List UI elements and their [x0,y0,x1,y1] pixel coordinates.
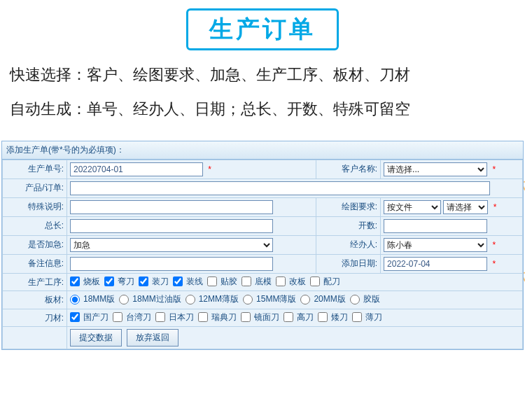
board-radio[interactable] [350,295,360,304]
process-label: 底模 [255,276,272,288]
knife-label: 日本刀 [169,312,194,323]
label-knife: 刀材: [3,309,67,327]
knife-checkbox[interactable] [318,312,328,322]
process-label: 贴胶 [220,276,237,288]
process-label: 装线 [186,276,203,288]
required-mark: * [492,164,496,174]
board-radio[interactable] [70,295,80,304]
process-option[interactable]: 改板 [276,276,306,288]
process-checkbox[interactable] [70,276,80,286]
count-input[interactable] [384,219,487,233]
process-option[interactable]: 装刀 [139,276,169,288]
process-label: 配刀 [323,276,340,288]
process-checkbox[interactable] [276,276,286,286]
knife-option[interactable]: 薄刀 [352,312,382,323]
board-label: 20MM版 [314,293,345,305]
special-input[interactable] [70,200,273,214]
process-checkbox[interactable] [139,276,148,286]
knife-checkbox[interactable] [70,312,80,322]
board-option[interactable]: 12MM薄版 [186,293,239,305]
process-checkbox[interactable] [310,276,320,286]
knife-label: 国产刀 [83,312,108,323]
process-checkbox[interactable] [241,276,251,286]
board-option[interactable]: 18MM过油版 [119,293,181,305]
desc-auto-generate: 自动生成：单号、经办人、日期；总长、开数、特殊可留空 [0,92,525,126]
board-radio[interactable] [119,295,129,304]
process-option[interactable]: 底模 [241,276,272,288]
knife-label: 矮刀 [331,312,348,323]
form-add-production-order: 添加生产单(带*号的为必填项)： 生产单号: * 客户名称: 请选择... * … [1,141,524,351]
required-mark: * [493,202,497,212]
required-mark: * [492,240,496,250]
label-product: 产品/订单: [3,178,67,197]
customer-select[interactable]: 请选择... [384,162,487,176]
knife-checkbox[interactable] [155,312,165,322]
page-title: 生产订单 [186,8,339,50]
draw-req-select[interactable]: 按文件 [384,200,441,214]
knife-checkbox[interactable] [113,312,122,322]
knife-option[interactable]: 台湾刀 [113,312,151,323]
process-checkbox[interactable] [207,276,217,286]
knife-checkbox[interactable] [241,312,251,322]
process-option[interactable]: 装线 [173,276,203,288]
desc-quick-select: 快速选择：客户、绘图要求、加急、生产工序、板材、刀材 [0,57,525,92]
knife-label: 台湾刀 [126,312,151,323]
remark-input[interactable] [70,257,273,271]
knife-label: 高刀 [297,312,314,323]
required-mark: * [492,259,496,269]
process-checkbox[interactable] [104,276,114,286]
label-customer: 客户名称: [316,160,381,178]
label-urgent: 是否加急: [3,235,67,254]
knife-checkbox[interactable] [284,312,293,322]
knife-checkbox[interactable] [352,312,362,322]
board-option[interactable]: 15MM薄版 [243,293,296,305]
process-label: 改板 [289,276,306,288]
label-add-date: 添加日期: [316,254,381,273]
add-date-input[interactable] [384,257,487,271]
knife-option[interactable]: 高刀 [284,312,314,323]
process-label: 烧板 [83,276,100,288]
process-option[interactable]: 贴胶 [207,276,237,288]
product-input[interactable] [70,181,490,195]
knife-option[interactable]: 瑞典刀 [198,312,237,323]
label-process: 生产工序: [3,273,67,291]
board-option[interactable]: 胶版 [350,293,380,305]
board-label: 15MM薄版 [256,293,296,305]
form-legend: 添加生产单(带*号的为必填项)： [2,141,523,160]
label-order-no: 生产单号: [3,160,67,178]
label-count: 开数: [316,216,381,235]
process-option[interactable]: 配刀 [310,276,340,288]
order-no-input[interactable] [70,162,203,176]
knife-option[interactable]: 国产刀 [70,312,108,323]
label-length: 总长: [3,216,67,235]
board-label: 12MM薄版 [199,293,239,305]
process-checkbox[interactable] [173,276,183,286]
knife-option[interactable]: 日本刀 [155,312,194,323]
board-label: 18MM过油版 [132,293,181,305]
process-label: 弯刀 [118,276,134,288]
knife-option[interactable]: 镜面刀 [241,312,279,323]
submit-button[interactable]: 提交数据 [70,329,122,346]
board-radio[interactable] [243,295,253,304]
label-remark: 备注信息: [3,254,67,273]
board-radio[interactable] [186,295,195,304]
process-label: 装刀 [152,276,169,288]
board-label: 胶版 [363,293,380,305]
knife-checkbox[interactable] [198,312,208,322]
knife-option[interactable]: 矮刀 [318,312,348,323]
knife-label: 薄刀 [365,312,382,323]
handler-select[interactable]: 陈小春 [384,238,487,252]
board-option[interactable]: 18MM版 [70,293,115,305]
knife-label: 镜面刀 [254,312,279,323]
label-board: 板材: [3,291,67,309]
board-option[interactable]: 20MM版 [300,293,345,305]
draw-req-select-2[interactable]: 请选择 [443,200,488,214]
urgent-select[interactable]: 加急 [70,238,273,252]
process-option[interactable]: 烧板 [70,276,100,288]
cancel-button[interactable]: 放弃返回 [127,329,178,346]
process-option[interactable]: 弯刀 [104,276,134,288]
length-input[interactable] [70,219,273,233]
board-radio[interactable] [300,295,310,304]
required-mark: * [208,164,211,174]
board-label: 18MM版 [83,293,115,305]
